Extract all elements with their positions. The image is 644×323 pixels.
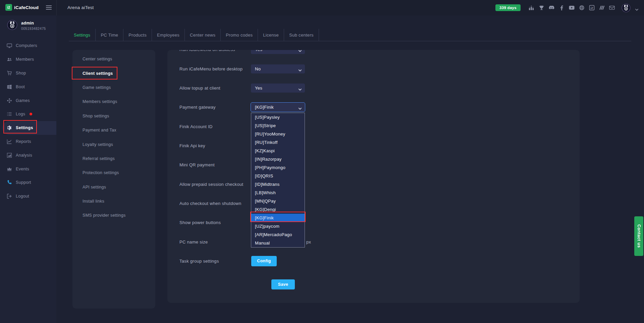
option-mn-qpay[interactable]: [MN]QPay: [251, 197, 305, 205]
option-ph-paymongo[interactable]: [PH]Paymongo: [251, 163, 305, 172]
option-kz-kaspi[interactable]: [KZ]Kaspi: [251, 147, 305, 155]
row-task-group-settings: Task group settings Config Config: [167, 252, 580, 271]
topbar: i2 iCafeCloud Arena aiTest 339 days i2: [0, 0, 644, 15]
chevron-down-icon[interactable]: [635, 6, 639, 9]
option-in-razorpay[interactable]: [IN]Razorpay: [251, 155, 305, 163]
option-ru-tinkoff[interactable]: [RU]Tinkoff: [251, 138, 305, 147]
center-title: Arena aiTest: [67, 5, 94, 10]
client-settings-form: Run iCafeMenu on diskless Yes Yes Run iC…: [167, 50, 580, 303]
option-us-paysley[interactable]: [US]Paysley: [251, 113, 305, 121]
form-label: Auto checkout when shutdown: [179, 201, 241, 206]
form-label: Allow prepaid session checkout: [179, 182, 243, 187]
sidebar-item-boot[interactable]: Boot: [0, 80, 56, 94]
brand: i2 iCafeCloud: [5, 4, 39, 11]
option-kg-dengi[interactable]: [KG]Dengi: [251, 205, 305, 214]
globe-icon[interactable]: [579, 5, 585, 11]
form-label: Mini QR payment: [179, 162, 215, 167]
settings-nav-members-settings[interactable]: Members settings: [72, 95, 155, 109]
sidebar-item-logs[interactable]: Logs: [0, 107, 56, 121]
topbar-divider: [56, 0, 57, 15]
user-name: admin: [21, 21, 34, 25]
settings-nav-payment-and-tax[interactable]: Payment and Tax: [72, 123, 155, 137]
tab-bar: SettingsPC TimeProductsEmployeesCenter n…: [69, 29, 631, 41]
tab-settings[interactable]: Settings: [69, 29, 96, 41]
config-button[interactable]: Config: [251, 256, 277, 266]
sidebar-item-reports[interactable]: Reports: [0, 135, 56, 149]
tab-employees[interactable]: Employees: [152, 29, 185, 41]
tab-center-news[interactable]: Center news: [185, 29, 221, 41]
sidebar-item-games[interactable]: Games: [0, 94, 56, 107]
avatar[interactable]: [7, 20, 17, 30]
sidebar-item-support[interactable]: Support: [0, 176, 56, 190]
tab-sub-centers[interactable]: Sub centers: [284, 29, 319, 41]
sidebar-item-settings[interactable]: Settings: [2, 121, 56, 135]
row-run-icafemenu-before-desktop: Run iCafeMenu before desktop No No: [167, 59, 580, 78]
save-button[interactable]: Save: [271, 279, 295, 289]
mail-icon[interactable]: [609, 5, 615, 11]
layers-icon[interactable]: [599, 5, 605, 11]
tab-pc-time[interactable]: PC Time: [96, 29, 123, 41]
contact-us-tab[interactable]: Contact us: [634, 216, 643, 256]
settings-nav-shop-settings[interactable]: Shop settings: [72, 109, 155, 123]
sidebar-item-members[interactable]: Members: [0, 53, 56, 66]
trophy-icon[interactable]: [538, 5, 545, 11]
settings-nav-sms-provider-settings[interactable]: SMS provider settings: [72, 208, 155, 222]
settings-nav-referral-settings[interactable]: Referral settings: [72, 152, 155, 166]
row-finik-api-key: Finik Api key: [167, 136, 580, 155]
option-us-stripe[interactable]: [US]Stripe: [251, 121, 305, 130]
settings-nav-center-settings[interactable]: Center settings: [72, 52, 155, 66]
settings-nav-install-links[interactable]: Install links: [72, 194, 155, 208]
option-id-midtrans[interactable]: [ID]Midtrans: [251, 180, 305, 189]
user-avatar[interactable]: [622, 3, 631, 12]
option-lb-whish[interactable]: [LB]Whish: [251, 189, 305, 197]
row-finik-account-id: Finik Account ID: [167, 117, 580, 136]
tab-license[interactable]: License: [258, 29, 284, 41]
topbar-right: 339 days i2: [495, 0, 639, 15]
chevron-down-icon: [298, 68, 302, 70]
ranking-icon[interactable]: [528, 5, 535, 11]
sidebar-item-analysis[interactable]: Analysis: [0, 148, 56, 162]
icafecloud-logo: i2: [5, 4, 12, 11]
sidebar-item-shop[interactable]: Shop: [0, 66, 56, 80]
sidebar-item-events[interactable]: Events: [0, 162, 56, 176]
option-uz-paycom[interactable]: [UZ]paycom: [251, 222, 305, 230]
option-ru-yoomoney[interactable]: [RU]YooMoney: [251, 130, 305, 138]
form-select[interactable]: Yes: [251, 84, 305, 93]
chevron-down-icon: [298, 87, 302, 90]
license-days-badge[interactable]: 339 days: [495, 4, 521, 11]
option-manual[interactable]: Manual: [251, 239, 305, 247]
facebook-icon[interactable]: [558, 5, 565, 11]
settings-nav-game-settings[interactable]: Game settings: [72, 80, 155, 95]
tab-promo-codes[interactable]: Promo codes: [221, 29, 258, 41]
notification-dot: [30, 113, 32, 115]
tab-products[interactable]: Products: [123, 29, 152, 41]
sidebar-nav: Computers Members Shop Boot: [0, 39, 56, 203]
row-mini-qr-payment: Mini QR payment: [167, 155, 580, 174]
option-id-qris[interactable]: [ID]QRIS: [251, 172, 305, 180]
option-ar-mercadopago[interactable]: [AR]MercadoPago: [251, 230, 305, 239]
settings-nav-client-settings[interactable]: Client settings: [72, 66, 155, 80]
icafecloud-icon[interactable]: i2: [589, 5, 595, 11]
form-label: Allow topup at client: [179, 86, 220, 91]
brand-name: iCafeCloud: [14, 5, 39, 10]
form-rows: Run iCafeMenu on diskless Yes Yes Run iC…: [167, 50, 580, 271]
app-root: i2 iCafeCloud Arena aiTest 339 days i2 a…: [0, 0, 644, 323]
form-select[interactable]: Yes: [251, 50, 305, 54]
form-label: Payment gateway: [179, 105, 216, 110]
sidebar-item-computers[interactable]: Computers: [0, 39, 56, 53]
form-select[interactable]: [KG]Finik: [251, 103, 305, 112]
row-auto-checkout-when-shutdown: Auto checkout when shutdown: [167, 194, 580, 213]
settings-nav-loyalty-settings[interactable]: Loyalty settings: [72, 137, 155, 151]
youtube-icon[interactable]: [569, 5, 575, 11]
option-kg-finik[interactable]: [KG]Finik: [251, 214, 305, 222]
row-pc-name-size: PC name size px: [167, 232, 580, 251]
sidebar-item-logout[interactable]: Logout: [0, 190, 56, 203]
form-label: Run iCafeMenu on diskless: [179, 50, 235, 52]
form-label: PC name size: [179, 239, 208, 245]
menu-toggle-icon[interactable]: [46, 5, 52, 10]
settings-nav-protection-settings[interactable]: Protection settings: [72, 166, 155, 180]
form-select[interactable]: No: [251, 64, 305, 73]
row-payment-gateway: Payment gateway [KG]Finik [KG]Finik: [167, 98, 580, 117]
discord-icon[interactable]: [548, 5, 555, 11]
settings-nav-api-settings[interactable]: API settings: [72, 180, 155, 194]
